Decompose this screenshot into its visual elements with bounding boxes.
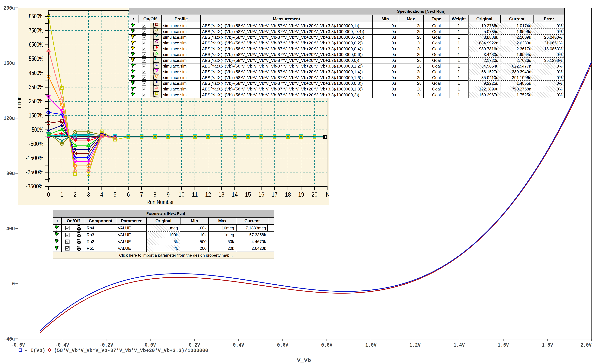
svg-text:0: 0	[12, 281, 15, 287]
svg-text:200u: 200u	[4, 5, 15, 11]
svg-text:4: 4	[100, 191, 103, 198]
svg-text:500%: 500%	[32, 126, 43, 133]
svg-text:1.6V: 1.6V	[498, 342, 509, 348]
svg-text:(58*V_Vb*V_Vb*V_Vb-87*V_Vb*V_V: (58*V_Vb*V_Vb*V_Vb-87*V_Vb*V_Vb+20*V_Vb+…	[54, 348, 208, 353]
svg-text:3: 3	[87, 191, 90, 198]
svg-text:120u: 120u	[4, 115, 15, 122]
svg-text:0.8V: 0.8V	[321, 342, 332, 348]
svg-text:6: 6	[127, 191, 130, 198]
svg-text:5: 5	[114, 191, 116, 198]
svg-text:2500%: 2500%	[29, 98, 43, 105]
svg-text:Run Number: Run Number	[147, 199, 174, 205]
svg-text:13: 13	[219, 191, 224, 198]
svg-text:7: 7	[140, 191, 143, 198]
svg-text:0: 0	[47, 191, 50, 198]
svg-text:16: 16	[258, 191, 264, 198]
svg-text:160u: 160u	[4, 60, 15, 66]
svg-text:0.2V: 0.2V	[189, 342, 200, 348]
svg-text:-0.2V: -0.2V	[99, 342, 113, 348]
svg-text:1.4V: 1.4V	[454, 342, 465, 348]
svg-text:0.6V: 0.6V	[277, 342, 288, 348]
svg-text:1500%: 1500%	[29, 112, 43, 119]
svg-text:1.0V: 1.0V	[365, 342, 377, 348]
svg-text:-40u: -40u	[4, 336, 15, 342]
svg-text:17: 17	[272, 191, 278, 198]
svg-text:3500%: 3500%	[29, 84, 43, 91]
svg-text:N: N	[326, 191, 329, 198]
svg-text:Error: Error	[18, 97, 22, 108]
svg-text:2: 2	[74, 191, 77, 198]
svg-text:18: 18	[285, 191, 291, 198]
svg-text:2.0V: 2.0V	[581, 342, 592, 348]
svg-text:80u: 80u	[6, 170, 15, 177]
svg-text:-1500%: -1500%	[26, 155, 43, 161]
svg-text:-500%: -500%	[29, 140, 43, 147]
svg-text:12: 12	[205, 191, 211, 198]
svg-text:1: 1	[61, 191, 63, 198]
svg-text:8500%: 8500%	[29, 13, 43, 20]
svg-text:V_Vb: V_Vb	[297, 357, 311, 364]
svg-text:40u: 40u	[6, 226, 15, 232]
svg-text:10: 10	[178, 191, 185, 198]
svg-text:15: 15	[245, 191, 251, 198]
svg-text:-3500%: -3500%	[26, 183, 43, 190]
svg-text:- I(Vb): - I(Vb)	[25, 348, 45, 353]
svg-text:6500%: 6500%	[29, 41, 43, 48]
svg-text:4500%: 4500%	[29, 69, 43, 76]
svg-text:-0.4V: -0.4V	[55, 342, 69, 348]
svg-text:0.0V: 0.0V	[145, 342, 156, 348]
svg-text:9: 9	[167, 191, 170, 198]
svg-text:7500%: 7500%	[29, 27, 43, 34]
svg-text:-2500%: -2500%	[26, 169, 43, 176]
svg-text:1.2V: 1.2V	[409, 342, 421, 348]
svg-text:-0.6V: -0.6V	[11, 342, 25, 348]
svg-text:14: 14	[232, 191, 238, 198]
svg-text:11: 11	[192, 191, 198, 198]
svg-text:20: 20	[311, 191, 317, 198]
svg-text:8: 8	[153, 191, 156, 198]
svg-text:0.4V: 0.4V	[233, 342, 244, 348]
svg-text:5500%: 5500%	[29, 55, 43, 62]
svg-text:1.8V: 1.8V	[542, 342, 553, 348]
svg-text:19: 19	[298, 191, 304, 198]
